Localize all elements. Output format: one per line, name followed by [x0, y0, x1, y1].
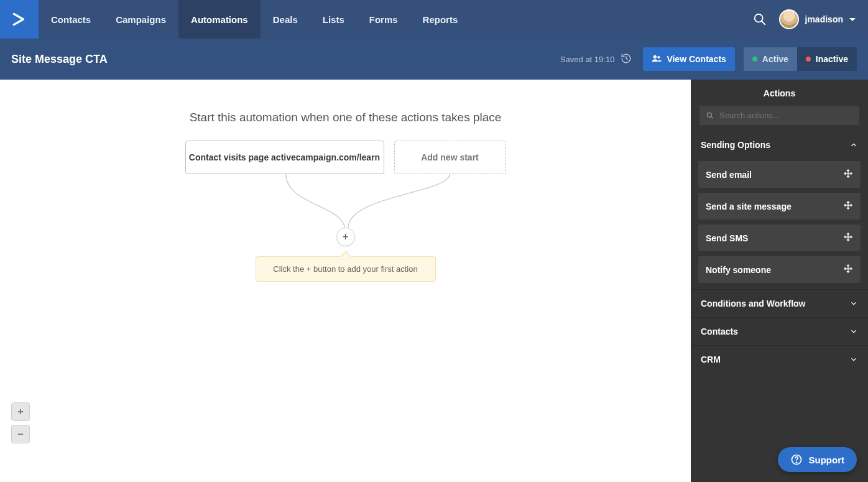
nav-reports[interactable]: Reports	[410, 0, 471, 39]
people-icon	[652, 53, 662, 65]
question-circle-icon	[790, 453, 803, 466]
main: Start this automation when one of these …	[0, 80, 868, 482]
action-notify-someone[interactable]: Notify someone	[698, 256, 861, 283]
add-start-box[interactable]: Add new start	[394, 141, 506, 174]
user-menu[interactable]: jmadison	[775, 9, 868, 29]
flow-prompt: Start this automation when one of these …	[0, 111, 691, 124]
avatar	[779, 9, 799, 29]
support-label: Support	[809, 455, 845, 465]
search-icon	[706, 111, 714, 120]
add-action-button[interactable]: +	[336, 228, 355, 246]
action-label: Send a site message	[706, 202, 792, 211]
start-trigger-box[interactable]: Contact visits page activecampaign.com/l…	[185, 141, 384, 174]
view-contacts-label: View Contacts	[667, 54, 726, 64]
nav-campaigns[interactable]: Campaigns	[103, 0, 178, 39]
chevron-down-icon	[849, 18, 856, 21]
nav-deals[interactable]: Deals	[261, 0, 310, 39]
status-dot-active-icon	[752, 57, 757, 62]
action-label: Send email	[706, 170, 752, 180]
move-icon	[843, 232, 853, 244]
svg-line-1	[761, 21, 765, 25]
sidebar-title: Actions	[691, 80, 868, 106]
chevron-down-icon	[849, 327, 858, 336]
zoom-controls: + –	[11, 402, 30, 443]
svg-line-5	[711, 116, 713, 118]
nav-forms[interactable]: Forms	[357, 0, 410, 39]
brand-logo[interactable]	[0, 0, 39, 39]
svg-point-4	[707, 113, 711, 117]
nav-lists[interactable]: Lists	[310, 0, 357, 39]
connector-lines: +	[0, 174, 691, 243]
top-nav: Contacts Campaigns Automations Deals Lis…	[0, 0, 868, 39]
user-name: jmadison	[805, 14, 843, 24]
section-contacts[interactable]: Contacts	[691, 317, 868, 345]
action-send-site-message[interactable]: Send a site message	[698, 193, 861, 220]
status-dot-inactive-icon	[806, 57, 811, 62]
section-crm[interactable]: CRM	[691, 345, 868, 373]
section-label: Sending Options	[701, 140, 770, 150]
svg-point-2	[653, 55, 657, 58]
action-send-sms[interactable]: Send SMS	[698, 225, 861, 251]
chevron-down-icon	[849, 299, 858, 308]
action-search[interactable]	[699, 106, 859, 125]
action-label: Send SMS	[706, 233, 748, 243]
actions-sidebar: Actions Sending Options Send email Send …	[691, 80, 868, 482]
section-label: CRM	[701, 355, 721, 364]
sending-options-list: Send email Send a site message Send SMS …	[691, 159, 868, 289]
view-contacts-button[interactable]: View Contacts	[643, 47, 734, 71]
page-title: Site Message CTA	[11, 53, 108, 66]
subheader: Site Message CTA Saved at 19:10 View Con…	[0, 39, 868, 80]
saved-status: Saved at 19:10	[560, 53, 632, 66]
global-search-button[interactable]	[744, 0, 775, 39]
move-icon	[843, 200, 853, 212]
support-button[interactable]: Support	[778, 447, 857, 472]
start-row: Contact visits page activecampaign.com/l…	[0, 141, 691, 174]
action-send-email[interactable]: Send email	[698, 161, 861, 188]
zoom-in-button[interactable]: +	[11, 402, 30, 421]
status-inactive-label: Inactive	[816, 54, 848, 64]
status-inactive-button[interactable]: Inactive	[797, 47, 857, 71]
saved-text: Saved at 19:10	[560, 55, 614, 64]
status-active-label: Active	[762, 54, 788, 64]
zoom-out-button[interactable]: –	[11, 425, 30, 443]
section-label: Contacts	[701, 327, 738, 336]
nav-items: Contacts Campaigns Automations Deals Lis…	[39, 0, 470, 39]
nav-contacts[interactable]: Contacts	[39, 0, 103, 39]
move-icon	[843, 264, 853, 276]
action-search-input[interactable]	[719, 111, 853, 120]
search-icon	[753, 12, 767, 26]
hint-tooltip: Click the + button to add your first act…	[256, 256, 436, 282]
chevron-up-icon	[849, 141, 858, 149]
section-conditions-workflow[interactable]: Conditions and Workflow	[691, 289, 868, 317]
automation-canvas[interactable]: Start this automation when one of these …	[0, 80, 691, 482]
status-toggle: Active Inactive	[744, 47, 857, 71]
arrow-logo-icon	[11, 11, 27, 27]
action-label: Notify someone	[706, 265, 771, 275]
status-active-button[interactable]: Active	[744, 47, 797, 71]
nav-automations[interactable]: Automations	[178, 0, 261, 39]
move-icon	[843, 169, 853, 180]
history-icon[interactable]	[621, 53, 632, 66]
svg-point-3	[658, 56, 660, 58]
section-sending-options[interactable]: Sending Options	[691, 131, 868, 159]
section-label: Conditions and Workflow	[701, 299, 806, 308]
svg-point-7	[796, 461, 797, 463]
chevron-down-icon	[849, 355, 858, 364]
